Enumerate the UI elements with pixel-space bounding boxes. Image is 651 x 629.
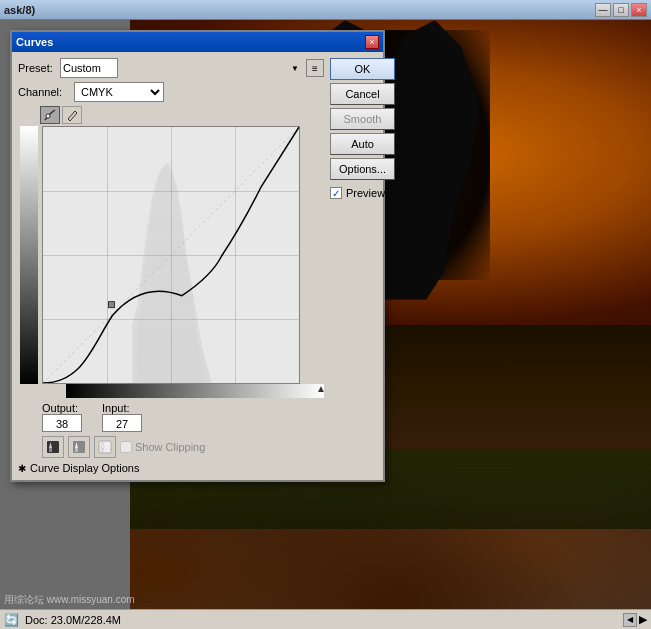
input-gradient-wrapper: [42, 384, 324, 398]
ok-button[interactable]: OK: [330, 58, 395, 80]
curve-node-tool[interactable]: [40, 106, 60, 124]
curve-tool-row: [18, 106, 324, 124]
svg-rect-5: [49, 448, 52, 452]
image-title: ask/8): [4, 4, 35, 16]
status-bar: 🔄 Doc: 23.0M/228.4M ◀ ▶: [0, 609, 651, 629]
svg-line-1: [75, 111, 77, 113]
channel-label: Channel:: [18, 86, 70, 98]
status-icon-left[interactable]: 🔄: [4, 613, 19, 627]
show-clipping-checkbox[interactable]: [120, 441, 132, 453]
close-button[interactable]: ×: [631, 3, 647, 17]
output-gradient-bar: [20, 126, 38, 384]
image-titlebar: ask/8) — □ ×: [0, 0, 651, 20]
nav-prev-button[interactable]: ◀: [623, 613, 637, 627]
eyedropper-black-button[interactable]: [42, 436, 64, 458]
smooth-button[interactable]: Smooth: [330, 108, 395, 130]
curve-svg: [43, 127, 299, 383]
preset-select-wrapper: Custom: [60, 58, 302, 78]
curve-area: [42, 126, 300, 384]
pencil-tool[interactable]: [62, 106, 82, 124]
preset-select[interactable]: Custom: [60, 58, 118, 78]
auto-button[interactable]: Auto: [330, 133, 395, 155]
output-value[interactable]: 38: [42, 414, 82, 432]
minimize-button[interactable]: —: [595, 3, 611, 17]
dialog-controls-left: Preset: Custom ≡ Channel: CMYK: [18, 58, 324, 474]
cancel-button[interactable]: Cancel: [330, 83, 395, 105]
preview-checkbox[interactable]: ✓: [330, 187, 342, 199]
svg-rect-3: [108, 302, 114, 308]
maximize-button[interactable]: □: [613, 3, 629, 17]
dialog-close-button[interactable]: ×: [365, 35, 379, 49]
svg-rect-4: [47, 441, 59, 453]
preset-row: Preset: Custom ≡: [18, 58, 324, 78]
show-clipping-label: Show Clipping: [135, 441, 205, 453]
preview-label: Preview: [346, 187, 385, 199]
output-input-area: Output: 38 Input: 27: [42, 402, 324, 432]
dialog-titlebar: Curves ×: [12, 32, 383, 52]
preset-options-button[interactable]: ≡: [306, 59, 324, 77]
dialog-body: Preset: Custom ≡ Channel: CMYK: [12, 52, 383, 480]
status-nav: ◀ ▶: [623, 613, 647, 627]
input-value[interactable]: 27: [102, 414, 142, 432]
input-gradient-bar: [66, 384, 324, 398]
ps-window: ask/8) — □ × Curves ×: [0, 0, 651, 629]
watermark: 用综论坛 www.missyuan.com: [4, 593, 135, 607]
curves-dialog: Curves × Preset: Custom ≡: [10, 30, 385, 482]
expand-icon: ✱: [18, 463, 26, 474]
input-group: Input: 27: [102, 402, 142, 432]
svg-rect-11: [101, 448, 104, 452]
eyedropper-white-button[interactable]: [94, 436, 116, 458]
dialog-controls-right: OK Cancel Smooth Auto Options... ✓ Previ…: [330, 58, 395, 474]
channel-row: Channel: CMYK: [18, 82, 324, 102]
output-group: Output: 38: [42, 402, 82, 432]
preview-row: ✓ Preview: [330, 187, 395, 199]
svg-point-0: [46, 114, 50, 118]
curve-display-label: Curve Display Options: [30, 462, 139, 474]
input-label: Input:: [102, 402, 142, 414]
curve-canvas[interactable]: [42, 126, 300, 384]
curve-display-options[interactable]: ✱ Curve Display Options: [18, 462, 324, 474]
doc-size: Doc: 23.0M/228.4M: [25, 614, 121, 626]
options-button[interactable]: Options...: [330, 158, 395, 180]
output-label: Output:: [42, 402, 82, 414]
main-area: Curves × Preset: Custom ≡: [0, 20, 651, 629]
nav-arrow: ▶: [639, 613, 647, 626]
eyedropper-gray-button[interactable]: [68, 436, 90, 458]
channel-select[interactable]: CMYK: [74, 82, 164, 102]
window-controls: — □ ×: [595, 3, 647, 17]
svg-rect-10: [99, 441, 111, 453]
svg-rect-7: [73, 441, 85, 453]
svg-line-2: [43, 127, 299, 383]
preset-label: Preset:: [18, 62, 56, 74]
dialog-title: Curves: [16, 36, 53, 48]
svg-rect-8: [75, 448, 78, 452]
show-clipping-area: Show Clipping: [120, 441, 205, 453]
eyedropper-row: Show Clipping: [42, 436, 324, 458]
